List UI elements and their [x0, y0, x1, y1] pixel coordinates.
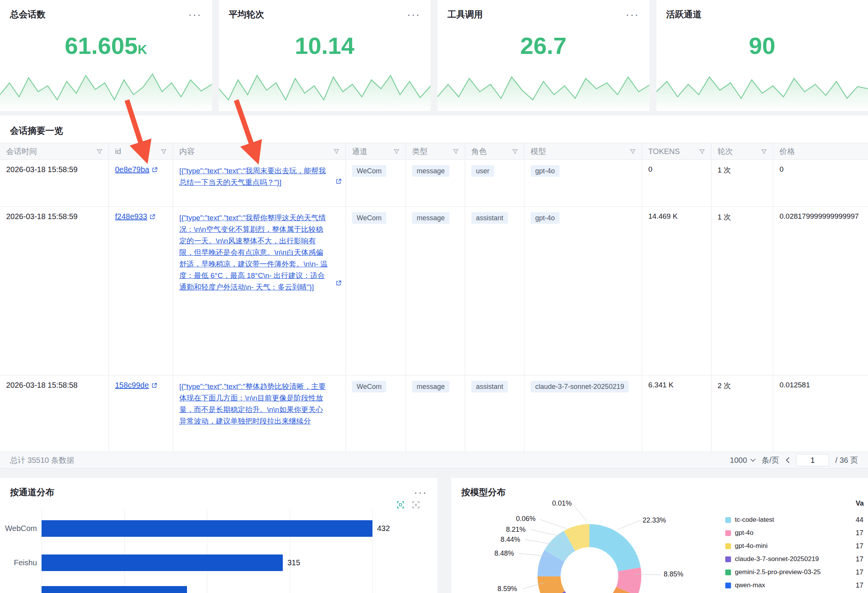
column-label: 角色: [471, 146, 487, 157]
pagination-bar: 总计 35510 条数据 1000 条/页 / 36 页: [0, 452, 868, 469]
legend-value: 44: [856, 516, 863, 524]
type-cell: message: [406, 375, 465, 452]
legend-color-swatch: [725, 543, 731, 549]
total-pages-label: / 36 页: [835, 455, 858, 466]
filter-icon[interactable]: [334, 149, 339, 154]
legend-item[interactable]: gpt-4o-mini17: [725, 539, 868, 553]
session-id-link[interactable]: 0e8e79ba: [115, 165, 149, 174]
tokens-cell: 0: [642, 160, 711, 207]
channel-tag: WeCom: [352, 381, 386, 392]
rounds-cell: 2 次: [711, 375, 773, 452]
kpi-title: 活跃通道: [666, 8, 702, 20]
kpi-card-3: 工具调用···26.7: [437, 0, 649, 111]
external-link-icon[interactable]: [152, 167, 158, 173]
column-label: 类型: [412, 146, 427, 157]
per-page-label: 条/页: [762, 455, 780, 466]
legend-label: claude-3-7-sonnet-20250219: [735, 555, 819, 563]
column-header-轮次: 轮次: [711, 143, 773, 159]
box-select-icon[interactable]: [396, 500, 405, 509]
content-link[interactable]: [{"type":"text","text":"我周末要出去玩，能帮我总结一下当…: [179, 165, 339, 188]
column-label: 会话时间: [6, 146, 37, 157]
external-link-icon[interactable]: [336, 178, 342, 184]
percent-label: 8.85%: [664, 570, 683, 578]
prev-page-button[interactable]: [785, 457, 790, 464]
page-size-value: 1000: [730, 456, 747, 465]
type-tag: message: [412, 165, 449, 177]
session-id-link[interactable]: 158c99de: [115, 381, 149, 389]
bar[interactable]: [42, 520, 372, 537]
clear-select-icon[interactable]: [411, 500, 421, 509]
dashboard-page: 总会话数···61.605K平均轮次···10.14工具调用···26.7活跃通…: [0, 0, 868, 593]
external-link-icon[interactable]: [149, 214, 155, 220]
more-menu-icon[interactable]: ···: [407, 13, 421, 17]
channel-tag: WeCom: [352, 212, 386, 224]
legend-value: 17: [856, 542, 863, 550]
kpi-row: 总会话数···61.605K平均轮次···10.14工具调用···26.7活跃通…: [0, 0, 868, 111]
content-link[interactable]: [{"type":"text","text":"整体趋势比较清晰，主要体现在下面…: [179, 381, 339, 427]
more-menu-icon[interactable]: ···: [626, 13, 639, 17]
percent-label: 22.33%: [643, 516, 666, 524]
role-tag: assistant: [471, 212, 508, 224]
session-table: 会话时间id内容通道类型角色模型TOKENS轮次价格 2026-03-18 15…: [0, 143, 868, 452]
legend-item[interactable]: gpt-4o17: [725, 526, 868, 539]
content-link[interactable]: [{"type":"text","text":"我帮你整理这天的天气情况：\n\…: [179, 212, 339, 293]
legend-item[interactable]: gemini-2.5-pro-preview-03-2517: [725, 566, 868, 579]
legend-value: 17: [856, 581, 863, 590]
bottom-charts-row: 按通道分布 ··· WebCom432Feishu315 按模型分布: [0, 478, 868, 593]
channel-chart-card: 按通道分布 ··· WebCom432Feishu315: [0, 478, 437, 593]
bar[interactable]: [42, 586, 187, 593]
pager-controls: 1000 条/页 / 36 页: [730, 454, 858, 466]
filter-icon[interactable]: [699, 149, 705, 154]
column-label: 通道: [352, 146, 367, 157]
legend-label: qwen-max: [735, 581, 765, 589]
legend-value: 17: [856, 568, 863, 576]
column-label: 模型: [531, 146, 546, 157]
page-size-select[interactable]: 1000: [730, 456, 756, 465]
type-tag: message: [412, 212, 449, 224]
chevron-down-icon: [750, 458, 756, 462]
session-id-link[interactable]: f248e933: [115, 212, 147, 221]
legend-label: gpt-4o-mini: [735, 542, 768, 550]
more-menu-icon[interactable]: ···: [189, 13, 202, 17]
kpi-value: 61.605K: [10, 32, 202, 59]
percent-label: 0.01%: [552, 499, 572, 508]
page-number-input[interactable]: [796, 454, 829, 466]
legend-item[interactable]: qwen-max17: [725, 579, 868, 592]
bar[interactable]: [42, 554, 283, 571]
role-cell: user: [465, 160, 524, 207]
column-header-角色: 角色: [465, 143, 524, 159]
tokens-cell: 6.341 K: [642, 375, 711, 452]
legend-item[interactable]: claude-3-7-sonnet-2025021917: [725, 553, 868, 566]
section-title: 会话摘要一览: [10, 125, 868, 137]
column-header-类型: 类型: [406, 143, 465, 159]
legend-color-swatch: [725, 517, 731, 523]
sparkline-chart: [437, 67, 649, 111]
kpi-value: 10.14: [229, 32, 421, 59]
filter-icon[interactable]: [453, 149, 459, 154]
role-cell: assistant: [465, 207, 524, 375]
type-cell: message: [406, 207, 465, 375]
filter-icon[interactable]: [761, 149, 767, 154]
table-row: 2026-03-18 15:58:58158c99de[{"type":"tex…: [0, 375, 868, 452]
legend-item[interactable]: tc-code-latest44: [725, 513, 868, 526]
more-menu-icon[interactable]: ···: [414, 491, 427, 494]
filter-icon[interactable]: [512, 149, 518, 154]
column-header-价格: 价格: [773, 143, 868, 159]
role-tag: assistant: [471, 381, 508, 392]
sparkline-chart: [656, 67, 868, 111]
sparkline-chart: [0, 67, 212, 111]
external-link-icon[interactable]: [151, 382, 157, 389]
external-link-icon[interactable]: [336, 280, 342, 286]
legend-label: tc-code-latest: [735, 516, 774, 524]
kpi-value: 26.7: [447, 32, 639, 59]
model-chart-title: 按模型分布: [461, 486, 506, 498]
percent-label: 8.44%: [501, 536, 520, 544]
model-donut-chart[interactable]: [528, 514, 651, 593]
filter-icon[interactable]: [394, 149, 399, 154]
percent-label: 0.06%: [516, 515, 536, 523]
filter-icon[interactable]: [630, 149, 636, 154]
filter-icon[interactable]: [161, 149, 167, 154]
bar-category-label: Feishu: [0, 558, 37, 567]
filter-icon[interactable]: [97, 149, 102, 154]
kpi-title: 平均轮次: [229, 8, 264, 20]
